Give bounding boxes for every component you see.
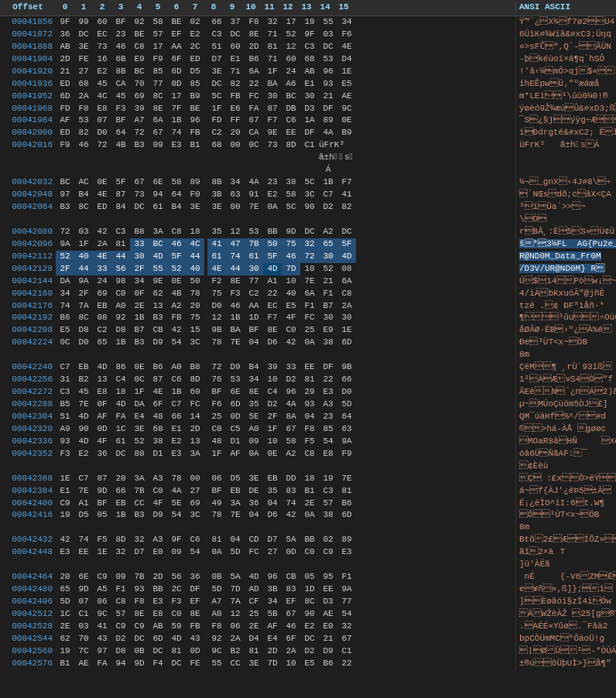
hex-byte[interactable]: D7 [130,546,149,571]
hex-byte[interactable]: 87 [149,374,167,386]
hex-byte[interactable]: 04 [245,509,263,534]
hex-byte[interactable]: 19 [56,645,74,658]
hex-byte[interactable]: FB [226,91,245,103]
hex-byte[interactable]: 13 [93,374,111,386]
hex-byte[interactable]: 4E [149,386,167,399]
hex-byte[interactable]: DC [226,29,245,41]
hex-byte[interactable]: 8E [245,29,263,41]
hex-byte[interactable]: BE [167,16,186,29]
hex-byte[interactable]: ED [56,78,74,91]
hex-byte[interactable]: 12 [207,312,226,324]
table-row[interactable]: 00041888AB3E7346C817AA2C51602D8112C3DC4E… [0,41,616,53]
hex-byte[interactable]: 7B [130,485,149,498]
hex-byte[interactable]: 2D [186,423,204,436]
hex-byte[interactable]: A0 [111,300,130,313]
hex-byte[interactable]: 24 [93,275,111,288]
hex-byte[interactable]: C4 [263,386,282,399]
hex-byte[interactable]: F9 [56,139,74,176]
hex-byte[interactable]: 54 [167,337,186,361]
hex-byte[interactable]: 75 [282,238,300,251]
hex-byte[interactable]: D5 [74,509,93,534]
hex-byte[interactable]: AA [167,41,186,53]
hex-byte[interactable]: 1C [56,608,74,621]
hex-byte[interactable]: 71 [226,66,245,78]
table-row[interactable]: 00042480659DA5F193BB2CDF5D7DAD3B831DEE9A… [0,583,616,596]
table-row[interactable]: 000425121CC19C578EE8C08EA012255B6790AE54… [0,608,616,621]
hex-byte[interactable]: 62 [149,288,167,300]
hex-byte[interactable]: 5F [337,238,356,251]
hex-byte[interactable]: 23 [263,176,282,189]
hex-byte[interactable]: 8E [226,275,245,288]
hex-byte[interactable]: 20 [56,571,74,583]
hex-byte[interactable]: 3E [74,41,93,53]
hex-byte[interactable]: 96 [263,571,282,583]
hex-byte[interactable]: DA [56,275,74,288]
hex-byte[interactable]: 0A [207,546,226,571]
hex-byte[interactable]: F8 [130,596,149,608]
hex-byte[interactable]: A1 [74,498,93,510]
hex-byte[interactable]: 8E [245,386,263,399]
hex-byte[interactable]: 1B [130,312,149,324]
hex-byte[interactable]: FD [56,103,74,115]
hex-byte[interactable]: EE [319,583,337,596]
hex-byte[interactable]: EB [263,473,282,485]
hex-byte[interactable]: 8D [186,374,204,386]
hex-byte[interactable]: 25 [300,324,319,337]
hex-byte[interactable]: E3 [149,596,167,608]
table-row[interactable]: 00042576B1AEFA949DF4DCFE55CC3E7D10E5B622… [0,658,616,670]
hex-byte[interactable]: 74 [282,498,300,510]
hex-byte[interactable]: 17 [282,16,300,29]
hex-byte[interactable]: 3A [186,448,204,473]
hex-byte[interactable]: 2A [93,238,111,251]
hex-byte[interactable]: EB [74,361,93,374]
hex-byte[interactable]: 7F [167,103,186,115]
hex-byte[interactable]: D2 [263,399,282,411]
hex-byte[interactable]: 50 [186,275,204,288]
hex-byte[interactable]: DB [282,103,300,115]
hex-byte[interactable]: 33 [93,263,111,275]
hex-byte[interactable]: 36 [186,571,204,583]
hex-byte[interactable]: E1 [226,53,245,66]
hex-byte[interactable]: C6 [167,374,186,386]
hex-byte[interactable]: 18 [111,386,130,399]
hex-byte[interactable]: 72 [130,127,149,139]
hex-byte[interactable]: 89 [186,176,204,189]
hex-byte[interactable]: 34 [245,374,263,386]
hex-byte[interactable]: 6D [337,509,356,534]
hex-byte[interactable]: F1 [111,583,130,596]
hex-byte[interactable]: B3 [149,312,167,324]
hex-byte[interactable]: D8 [111,324,130,337]
hex-byte[interactable]: 97 [56,189,74,201]
hex-byte[interactable]: 3B [263,583,282,596]
hex-byte[interactable]: 56 [167,571,186,583]
hex-byte[interactable]: 0E [93,176,111,189]
hex-byte[interactable]: 1E [337,324,356,337]
hex-byte[interactable]: AB [56,41,74,53]
hex-byte[interactable]: FB [167,312,186,324]
hex-byte[interactable]: 2D [149,571,167,583]
hex-byte[interactable]: C5 [226,423,245,436]
hex-byte[interactable]: 59 [167,621,186,633]
hex-byte[interactable]: DD [282,473,300,485]
hex-byte[interactable]: 1F [74,238,93,251]
hex-byte[interactable]: 4A [167,485,186,498]
hex-byte[interactable]: 9B [337,361,356,374]
hex-byte[interactable]: 3E [245,473,263,485]
hex-byte[interactable]: EE [282,127,300,139]
hex-byte[interactable]: E2 [93,66,111,78]
hex-byte[interactable]: 46 [226,300,245,313]
hex-byte[interactable]: 67 [337,633,356,645]
hex-byte[interactable]: C0 [282,324,300,337]
hex-byte[interactable]: 2E [245,621,263,633]
hex-byte[interactable]: E1 [167,423,186,436]
hex-byte[interactable]: 1E [93,546,111,571]
hex-byte[interactable]: 30 [130,251,149,263]
hex-byte[interactable]: 45 [74,386,93,399]
hex-byte[interactable]: 4B [111,139,130,176]
hex-byte[interactable]: 7E [74,399,93,411]
hex-byte[interactable]: C0 [207,423,226,436]
hex-byte[interactable]: 7E [74,485,93,498]
hex-byte[interactable]: 3E [245,658,263,670]
hex-byte[interactable]: 7B [245,238,263,251]
hex-byte[interactable]: 2F [130,263,149,275]
